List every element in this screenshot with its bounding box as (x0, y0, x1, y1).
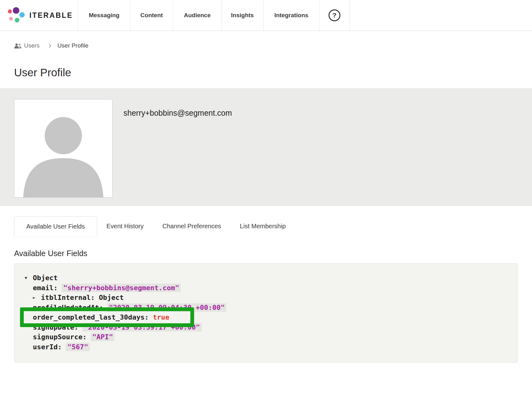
person-silhouette-icon (14, 99, 112, 197)
tab-label: Event History (107, 223, 144, 230)
help-icon[interactable]: ? (329, 9, 340, 21)
field-key: order_completed_last_30days: (33, 313, 153, 321)
help-menu[interactable]: ? (319, 0, 350, 31)
brand-wordmark: ITERABLE (29, 11, 73, 20)
tab-label: Channel Preferences (162, 223, 221, 230)
expanded-triangle-icon[interactable]: ▼ (25, 273, 33, 283)
nav-item-label: Content (140, 12, 163, 19)
nav-item-insights[interactable]: Insights (222, 0, 263, 31)
field-key: itblInternal: (41, 294, 99, 301)
field-row-signupsource: signupSource:"API" (14, 332, 508, 342)
field-value: "2020-03-19 09:04:30 +00:00" (107, 303, 226, 312)
user-fields-json-viewer: ▼Object email:"sherry+bobbins@segment.co… (14, 263, 518, 363)
logo-dot-blue (19, 12, 25, 18)
field-value: "567" (66, 343, 90, 351)
field-row-itblinternal[interactable]: ►itblInternal:Object (14, 293, 508, 303)
field-row-order-completed-last-30days: order_completed_last_30days:true (14, 312, 508, 322)
field-row-profileupdatedat: profileUpdatedAt:"2020-03-19 09:04:30 +0… (14, 303, 508, 313)
logo-dot-green (15, 18, 19, 23)
nav-item-label: Audience (184, 12, 211, 19)
breadcrumb-users-label: Users (24, 42, 40, 49)
nav-item-label: Insights (231, 12, 254, 19)
users-icon (14, 43, 22, 48)
field-value: true (153, 313, 169, 321)
field-value: Object (99, 294, 123, 301)
field-row-signupdate: signupDate:"2020-03-19 03:59:17 +00:00" (14, 322, 508, 332)
brand-home-link[interactable]: ITERABLE (0, 0, 78, 31)
nav-item-content[interactable]: Content (130, 0, 173, 31)
tab-label: Available User Fields (26, 223, 85, 230)
profile-email: sherry+bobbins@segment.com (123, 109, 232, 118)
tab-channel-preferences[interactable]: Channel Preferences (153, 216, 230, 236)
collapsed-triangle-icon[interactable]: ► (33, 293, 41, 303)
breadcrumb: Users User Profile (0, 31, 532, 49)
avatar (14, 99, 113, 198)
nav-item-messaging[interactable]: Messaging (78, 0, 130, 31)
tab-label: List Membership (240, 223, 286, 230)
iterable-logo-icon (7, 7, 25, 24)
breadcrumb-users-link[interactable]: Users (14, 42, 40, 49)
profile-tabs: Available User Fields Event History Chan… (14, 216, 532, 236)
profile-hero: sherry+bobbins@segment.com (0, 88, 532, 206)
nav-item-label: Integrations (274, 12, 309, 19)
page-title: User Profile (14, 67, 532, 79)
logo-dot-pink (9, 17, 13, 21)
tab-event-history[interactable]: Event History (97, 216, 153, 236)
field-value: "sherry+bobbins@segment.com" (62, 284, 181, 292)
field-key: userId: (33, 343, 66, 351)
nav-item-label: Messaging (89, 12, 119, 19)
json-root-label: Object (33, 274, 58, 282)
field-key: email: (33, 284, 62, 292)
tab-available-user-fields[interactable]: Available User Fields (14, 216, 97, 236)
field-value: "API" (91, 333, 114, 341)
breadcrumb-current: User Profile (58, 42, 88, 49)
field-row-userid: userId:"567" (14, 342, 508, 352)
field-row-email: email:"sherry+bobbins@segment.com" (14, 283, 508, 293)
nav-item-integrations[interactable]: Integrations (263, 0, 319, 31)
field-key: signupSource: (33, 333, 91, 341)
field-key: signupDate: (33, 323, 83, 331)
field-key: profileUpdatedAt: (33, 304, 107, 311)
logo-dot-purple (13, 7, 19, 14)
json-root-row: ▼Object (14, 273, 508, 283)
top-navigation: ITERABLE Messaging Content Audience Insi… (0, 0, 532, 31)
tab-list-membership[interactable]: List Membership (230, 216, 295, 236)
field-value: "2020-03-19 03:59:17 +00:00" (83, 323, 202, 331)
logo-dot-red (8, 9, 12, 13)
section-heading: Available User Fields (14, 249, 532, 258)
chevron-right-icon (47, 44, 51, 48)
nav-item-audience[interactable]: Audience (173, 0, 222, 31)
